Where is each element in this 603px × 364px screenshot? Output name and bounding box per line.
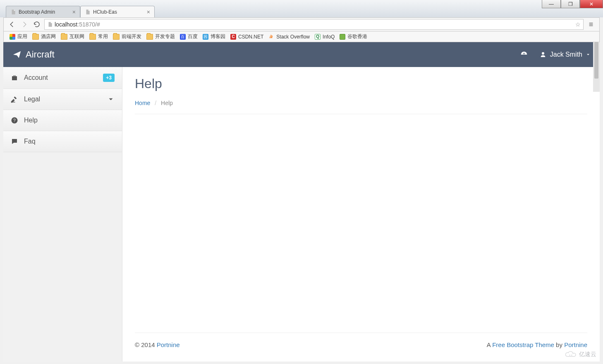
bookmark-label: 前端开发 <box>122 33 141 40</box>
app-layout: Account +3 Legal ? Help Faq Help Home / <box>3 67 600 362</box>
cloud-icon <box>565 351 577 358</box>
bookmark-star-icon[interactable]: ☆ <box>575 21 581 28</box>
browser-tab-active[interactable]: HClub-Eas × <box>80 6 155 17</box>
sidebar-item-label: Faq <box>24 138 36 145</box>
footer-left: © 2014 Portnine <box>135 341 180 348</box>
bookmark-label: 谷歌香港 <box>347 33 367 40</box>
folder-icon <box>113 34 120 40</box>
sidebar-item-account[interactable]: Account +3 <box>3 67 122 89</box>
footer-text: by <box>554 341 564 348</box>
scrollbar-thumb[interactable] <box>594 42 598 79</box>
reload-button[interactable] <box>32 19 42 29</box>
bookmark-label: 互联网 <box>69 33 84 40</box>
footer-link-portnine[interactable]: Portnine <box>564 341 587 348</box>
footer-link-portnine[interactable]: Portnine <box>157 341 180 348</box>
dashboard-icon[interactable] <box>519 50 529 59</box>
bookmark-label: 百度 <box>188 33 198 40</box>
window-controls: — ❐ ✕ <box>542 0 603 8</box>
chevron-down-icon <box>586 52 591 57</box>
bookmark-label: 常用 <box>98 33 108 40</box>
page-viewport: Aircraft Jack Smith Account +3 Legal <box>3 42 600 362</box>
footer: © 2014 Portnine A Free Bootstrap Theme b… <box>135 333 587 352</box>
site-icon <box>340 34 345 40</box>
send-icon <box>12 50 22 59</box>
bookmark-label: CSDN.NET <box>238 34 263 40</box>
file-icon <box>85 9 91 15</box>
bookmark-baidu[interactable]: 百百度 <box>178 32 199 41</box>
bookmark-label: 酒店网 <box>41 33 56 40</box>
address-bar[interactable]: localhost:51870/# ☆ <box>44 19 584 30</box>
sidebar-badge: +3 <box>103 74 115 82</box>
bookmark-label: 应用 <box>17 33 27 40</box>
navbar-right: Jack Smith <box>519 50 591 59</box>
app-navbar: Aircraft Jack Smith <box>3 42 600 67</box>
question-icon: ? <box>11 117 18 124</box>
footer-text: A <box>487 341 492 348</box>
file-icon <box>10 9 16 15</box>
bookmark-folder[interactable]: 互联网 <box>59 32 86 41</box>
bookmark-boke[interactable]: 园博客园 <box>201 32 227 41</box>
bookmark-folder[interactable]: 开发专题 <box>145 32 177 41</box>
comment-icon <box>11 138 18 145</box>
vertical-scrollbar[interactable] <box>593 42 600 92</box>
footer-right: A Free Bootstrap Theme by Portnine <box>487 341 587 348</box>
watermark: 亿速云 <box>565 351 596 358</box>
bookmark-google-hk[interactable]: 谷歌香港 <box>338 32 369 41</box>
breadcrumb: Home / Help <box>135 100 587 114</box>
sidebar-item-help[interactable]: ? Help <box>3 110 122 131</box>
footer-copyright: © 2014 <box>135 341 157 348</box>
folder-icon <box>32 34 39 40</box>
browser-tab-title: Bootstrap Admin <box>19 9 70 15</box>
folder-icon <box>146 34 153 40</box>
browser-toolbar: localhost:51870/# ☆ ≡ <box>3 17 600 31</box>
bookmark-folder[interactable]: 酒店网 <box>31 32 57 41</box>
bookmark-folder[interactable]: 常用 <box>88 32 110 41</box>
breadcrumb-current: Help <box>161 100 173 106</box>
bookmark-csdn[interactable]: CCSDN.NET <box>229 33 265 41</box>
bookmark-apps[interactable]: 应用 <box>8 32 29 41</box>
arrow-left-icon <box>8 21 16 28</box>
brand-label: Aircraft <box>26 49 55 60</box>
chrome-menu-button[interactable]: ≡ <box>586 20 596 29</box>
brand[interactable]: Aircraft <box>12 49 55 60</box>
main-content: Help Home / Help © 2014 Portnine A Free … <box>122 67 600 362</box>
close-icon[interactable]: × <box>72 9 76 15</box>
bookmark-infoq[interactable]: QInfoQ <box>313 33 336 41</box>
sidebar: Account +3 Legal ? Help Faq <box>3 67 122 362</box>
watermark-label: 亿速云 <box>579 351 596 358</box>
bookmark-folder[interactable]: 前端开发 <box>111 32 143 41</box>
sidebar-item-label: Legal <box>24 96 40 103</box>
svg-point-2 <box>570 355 570 356</box>
bookmark-label: Stack Overflow <box>276 34 310 40</box>
user-menu[interactable]: Jack Smith <box>539 51 591 58</box>
window-close-button[interactable]: ✕ <box>580 0 603 8</box>
bookmark-label: InfoQ <box>323 34 335 40</box>
site-icon: Q <box>315 34 321 40</box>
folder-icon <box>89 34 96 40</box>
browser-tab[interactable]: Bootstrap Admin × <box>6 6 80 17</box>
site-icon <box>268 34 274 40</box>
sidebar-item-label: Help <box>24 117 38 124</box>
folder-icon <box>61 34 67 40</box>
user-name: Jack Smith <box>550 51 582 58</box>
apps-icon <box>10 34 15 40</box>
back-button[interactable] <box>7 19 17 29</box>
breadcrumb-separator: / <box>155 100 156 106</box>
svg-text:?: ? <box>13 118 16 123</box>
sidebar-item-faq[interactable]: Faq <box>3 131 122 152</box>
site-icon: 园 <box>203 34 208 40</box>
sidebar-item-label: Account <box>24 74 48 81</box>
bookmark-label: 博客园 <box>211 33 225 40</box>
window-maximize-button[interactable]: ❐ <box>561 0 580 8</box>
site-icon: C <box>230 34 236 40</box>
window-minimize-button[interactable]: — <box>542 0 561 8</box>
reload-icon <box>33 21 41 28</box>
footer-link-theme[interactable]: Free Bootstrap Theme <box>492 341 554 348</box>
close-icon[interactable]: × <box>147 9 150 15</box>
site-icon: 百 <box>180 34 186 40</box>
sidebar-item-legal[interactable]: Legal <box>3 89 122 110</box>
breadcrumb-home-link[interactable]: Home <box>135 100 150 106</box>
bookmark-stackoverflow[interactable]: Stack Overflow <box>267 33 311 41</box>
browser-tab-strip: Bootstrap Admin × HClub-Eas × <box>6 6 597 17</box>
forward-button[interactable] <box>19 19 29 29</box>
